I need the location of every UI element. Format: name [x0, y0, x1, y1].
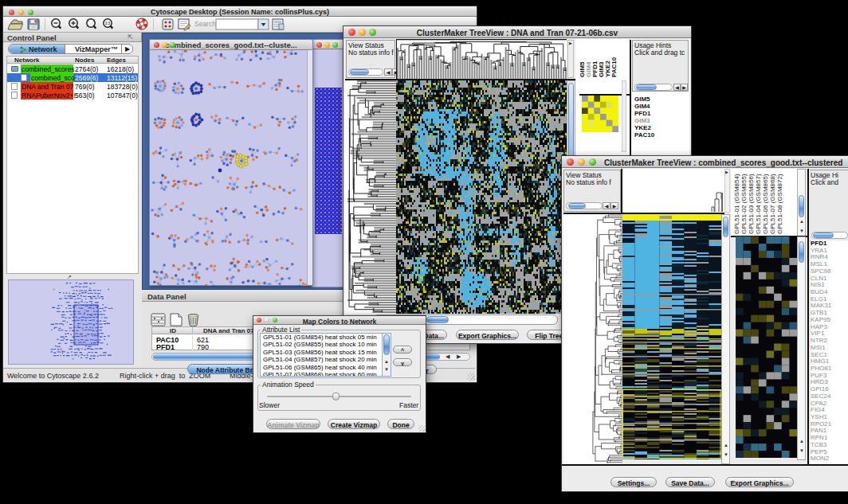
svg-text:Search:: Search:: [194, 20, 218, 28]
svg-text:1:1: 1:1: [105, 21, 111, 25]
